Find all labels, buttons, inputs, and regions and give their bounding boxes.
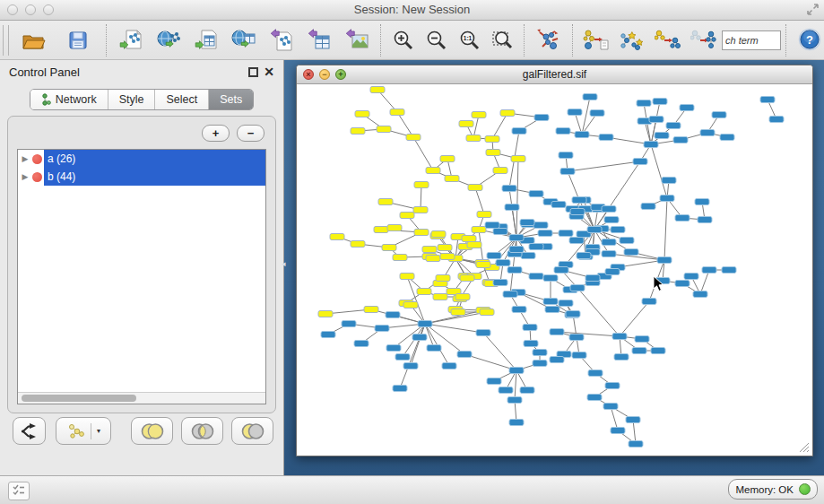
graph-node[interactable] xyxy=(414,230,429,236)
graph-node[interactable] xyxy=(554,267,568,274)
graph-node[interactable] xyxy=(653,99,667,105)
graph-node[interactable] xyxy=(377,126,391,133)
graph-node[interactable] xyxy=(590,110,604,117)
graph-node[interactable] xyxy=(414,182,429,188)
graph-node[interactable] xyxy=(520,220,534,226)
graph-node[interactable] xyxy=(529,244,543,250)
graph-node[interactable] xyxy=(641,204,655,210)
graph-node[interactable] xyxy=(500,110,515,117)
graph-node[interactable] xyxy=(417,289,431,295)
export-image-button[interactable] xyxy=(338,23,376,57)
graph-node[interactable] xyxy=(660,196,674,202)
graph-node[interactable] xyxy=(566,311,580,317)
graph-node[interactable] xyxy=(587,227,602,233)
graph-node[interactable] xyxy=(605,269,620,275)
graph-node[interactable] xyxy=(431,231,446,238)
graph-node[interactable] xyxy=(657,257,672,264)
set-difference-button[interactable] xyxy=(231,417,273,445)
export-network-button[interactable] xyxy=(263,23,300,57)
graph-node[interactable] xyxy=(533,361,547,367)
graph-node[interactable] xyxy=(543,275,558,282)
graph-node[interactable] xyxy=(550,329,564,335)
import-network-file-button[interactable] xyxy=(112,23,150,57)
graph-node[interactable] xyxy=(364,307,378,313)
save-session-button[interactable] xyxy=(59,23,97,57)
set-union-button[interactable] xyxy=(131,417,173,445)
graph-node[interactable] xyxy=(318,311,333,317)
network-canvas[interactable] xyxy=(298,84,811,455)
graph-node[interactable] xyxy=(486,150,500,156)
graph-node[interactable] xyxy=(577,253,591,259)
graph-node[interactable] xyxy=(476,262,490,268)
graph-node[interactable] xyxy=(569,238,584,244)
graph-node[interactable] xyxy=(427,345,441,352)
graph-node[interactable] xyxy=(534,115,549,121)
graph-node[interactable] xyxy=(472,112,486,118)
graph-node[interactable] xyxy=(559,230,573,237)
graph-node[interactable] xyxy=(342,321,356,327)
graph-node[interactable] xyxy=(406,135,421,141)
graph-node[interactable] xyxy=(603,404,618,410)
graph-node[interactable] xyxy=(426,256,440,262)
graph-node[interactable] xyxy=(587,395,602,401)
open-session-button[interactable] xyxy=(14,23,52,57)
graph-node[interactable] xyxy=(462,236,476,242)
graph-node[interactable] xyxy=(382,245,396,251)
graph-node[interactable] xyxy=(551,202,566,208)
graph-node[interactable] xyxy=(545,307,559,313)
create-set-from-network-button[interactable]: ▾ xyxy=(56,417,111,445)
graph-node[interactable] xyxy=(503,291,517,298)
graph-node[interactable] xyxy=(386,312,400,318)
import-table-url-button[interactable] xyxy=(225,23,263,57)
graph-node[interactable] xyxy=(390,109,404,116)
graph-node[interactable] xyxy=(642,299,656,305)
graph-node[interactable] xyxy=(556,128,570,135)
graph-node[interactable] xyxy=(418,321,432,327)
graph-node[interactable] xyxy=(505,204,519,211)
help-button[interactable]: ? xyxy=(797,28,822,53)
graph-node[interactable] xyxy=(624,249,638,256)
graph-node[interactable] xyxy=(720,135,734,141)
show-all-button[interactable] xyxy=(686,23,722,57)
graph-node[interactable] xyxy=(451,309,465,316)
graph-node[interactable] xyxy=(512,307,526,313)
graph-node[interactable] xyxy=(351,241,365,248)
graph-node[interactable] xyxy=(662,178,676,184)
graph-node[interactable] xyxy=(375,326,389,332)
graph-node[interactable] xyxy=(440,156,455,162)
scrollbar-thumb[interactable] xyxy=(22,395,136,402)
graph-node[interactable] xyxy=(442,363,456,369)
graph-node[interactable] xyxy=(559,152,573,159)
graph-node[interactable] xyxy=(400,274,414,280)
graph-node[interactable] xyxy=(666,123,681,129)
graph-node[interactable] xyxy=(538,230,552,237)
graph-node[interactable] xyxy=(466,135,481,142)
graph-node[interactable] xyxy=(476,330,490,336)
graph-node[interactable] xyxy=(568,109,582,116)
graph-node[interactable] xyxy=(468,185,482,191)
graph-node[interactable] xyxy=(585,275,600,282)
resize-grip-icon[interactable] xyxy=(798,441,810,453)
graph-node[interactable] xyxy=(700,130,715,136)
graph-node[interactable] xyxy=(626,417,640,423)
set-intersection-button[interactable] xyxy=(181,417,223,445)
graph-node[interactable] xyxy=(507,397,522,404)
graph-node[interactable] xyxy=(393,386,407,392)
graph-node[interactable] xyxy=(493,280,507,286)
graph-node[interactable] xyxy=(509,247,524,253)
graph-node[interactable] xyxy=(605,383,620,389)
tab-select[interactable]: Select xyxy=(155,90,209,109)
graph-node[interactable] xyxy=(467,242,481,248)
graph-node[interactable] xyxy=(485,222,499,229)
search-input[interactable] xyxy=(722,30,781,50)
graph-node[interactable] xyxy=(633,159,647,165)
graph-node[interactable] xyxy=(604,217,619,223)
graph-node[interactable] xyxy=(493,229,507,235)
graph-node[interactable] xyxy=(374,227,388,233)
graph-node[interactable] xyxy=(637,100,651,107)
panel-collapse-handle[interactable]: ◂ xyxy=(282,259,286,268)
graph-node[interactable] xyxy=(455,294,470,300)
zoom-actual-size-button[interactable]: 1:1 xyxy=(453,23,486,57)
graph-node[interactable] xyxy=(698,217,712,223)
graph-node[interactable] xyxy=(509,420,524,426)
